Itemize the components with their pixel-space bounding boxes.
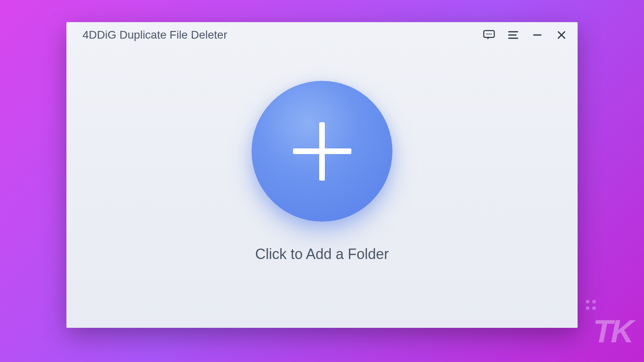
chat-icon [483,30,495,40]
plus-icon [293,122,351,181]
close-button[interactable] [555,29,568,41]
close-icon [557,31,566,39]
watermark-dots [586,300,596,310]
main-content: Click to Add a Folder [66,48,578,328]
app-title: 4DDiG Duplicate File Deleter [83,29,227,41]
titlebar: 4DDiG Duplicate File Deleter [66,22,578,48]
add-folder-button[interactable] [252,81,392,222]
app-window: 4DDiG Duplicate File Deleter [66,22,578,328]
hamburger-icon [508,31,518,39]
add-folder-label: Click to Add a Folder [255,246,389,263]
svg-point-3 [491,33,492,35]
menu-button[interactable] [507,29,520,41]
feedback-button[interactable] [483,29,495,41]
window-controls [483,29,568,41]
svg-point-1 [487,33,488,35]
minimize-button[interactable] [531,29,544,41]
svg-point-2 [489,33,490,35]
watermark: TK [593,313,632,350]
minimize-icon [533,31,542,39]
